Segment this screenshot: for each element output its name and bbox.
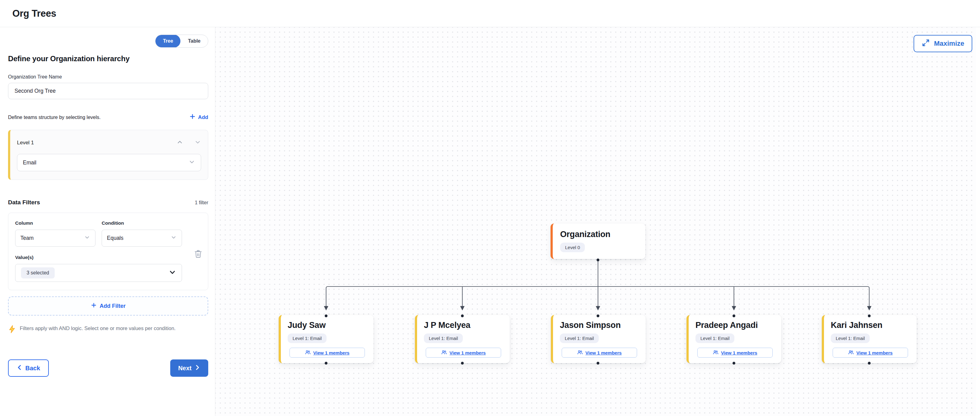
node-title: Kari Jahnsen <box>831 320 910 330</box>
maximize-button[interactable]: Maximize <box>913 35 972 52</box>
expand-arrows-icon <box>922 39 930 49</box>
users-icon <box>305 349 311 356</box>
filters-note-text: Filters apply with AND logic. Select one… <box>20 325 197 332</box>
back-button[interactable]: Back <box>8 359 49 377</box>
filters-note: Filters apply with AND logic. Select one… <box>8 325 208 335</box>
levels-hint: Define teams structure by selecting leve… <box>8 115 101 120</box>
add-level-button[interactable]: Add <box>189 113 208 121</box>
node-level-badge: Level 1: Email <box>560 333 599 343</box>
panel-heading: Define your Organization hierarchy <box>8 54 208 63</box>
view-members-button[interactable]: View 1 members <box>833 348 908 358</box>
view-members-button[interactable]: View 1 members <box>562 348 637 358</box>
view-members-button[interactable]: View 1 members <box>697 348 773 358</box>
org-trees-page: Org Trees Tree Table Define your Organiz… <box>0 0 980 416</box>
tree-table-toggle: Tree Table <box>155 35 208 48</box>
level-column-value: Email <box>23 159 37 166</box>
add-level-label: Add <box>198 114 208 121</box>
node-level-badge: Level 1: Email <box>288 333 326 343</box>
next-label: Next <box>178 365 192 372</box>
chevron-down-icon <box>169 269 176 277</box>
move-level-up-button[interactable] <box>177 139 183 147</box>
back-label: Back <box>25 365 40 372</box>
trash-icon <box>194 249 202 259</box>
tree-name-input[interactable] <box>8 83 208 99</box>
tree-name-label: Organization Tree Name <box>8 74 208 80</box>
data-filters-title: Data Filters <box>8 199 40 206</box>
column-select[interactable]: Team <box>15 230 95 247</box>
condition-label: Condition <box>102 220 182 226</box>
users-icon <box>848 349 854 356</box>
view-members-button[interactable]: View 1 members <box>426 348 501 358</box>
plus-icon <box>91 302 97 310</box>
page-body: Tree Table Define your Organization hier… <box>0 27 980 416</box>
org-node-child[interactable]: Judy Saw Level 1: Email View 1 members <box>279 315 374 363</box>
move-level-down-button[interactable] <box>194 139 201 147</box>
filter-column-field: Column Team <box>15 220 95 247</box>
chevron-down-icon <box>194 139 201 147</box>
chevron-down-icon <box>84 234 90 242</box>
condition-select-value: Equals <box>107 235 124 241</box>
top-bar: Org Trees <box>0 0 980 27</box>
filter-row-card: Column Team Condition Equals <box>8 213 208 290</box>
level-card: Level 1 <box>8 130 208 180</box>
column-label: Column <box>15 220 95 226</box>
org-node-child[interactable]: Pradeep Angadi Level 1: Email View 1 mem… <box>686 315 781 363</box>
view-members-label: View 1 members <box>450 350 486 355</box>
node-level-badge: Level 1: Email <box>695 333 734 343</box>
view-members-button[interactable]: View 1 members <box>290 348 365 358</box>
add-filter-label: Add Filter <box>100 303 126 309</box>
level-name: Level 1 <box>17 140 34 146</box>
level-column-select[interactable]: Email <box>17 154 201 171</box>
level-card-header: Level 1 <box>17 139 201 147</box>
chevron-up-icon <box>177 139 183 147</box>
delete-filter-button[interactable] <box>194 249 202 259</box>
node-title: Organization <box>560 230 638 239</box>
toggle-tree-option[interactable]: Tree <box>155 35 180 48</box>
view-members-label: View 1 members <box>721 350 757 355</box>
org-node-child[interactable]: Jason Simpson Level 1: Email View 1 memb… <box>551 315 646 363</box>
node-level-badge: Level 1: Email <box>424 333 463 343</box>
condition-select[interactable]: Equals <box>102 230 182 247</box>
plus-icon <box>189 113 196 121</box>
view-toggle-row: Tree Table <box>8 35 208 48</box>
page-title: Org Trees <box>12 8 56 19</box>
level-reorder-controls <box>177 139 201 147</box>
chevron-right-icon <box>195 364 200 372</box>
org-node-child[interactable]: Kari Jahnsen Level 1: Email View 1 membe… <box>822 315 917 363</box>
chevron-left-icon <box>17 364 22 372</box>
node-title: J P Mcelyea <box>424 320 503 330</box>
view-members-label: View 1 members <box>313 350 349 355</box>
column-select-value: Team <box>21 235 34 241</box>
org-node-root[interactable]: Organization Level 0 <box>550 223 645 259</box>
org-node-child[interactable]: J P Mcelyea Level 1: Email View 1 member… <box>415 315 510 363</box>
view-members-label: View 1 members <box>856 350 892 355</box>
node-title: Judy Saw <box>288 320 367 330</box>
values-label: Value(s) <box>15 255 201 260</box>
selected-values-chip: 3 selected <box>21 267 55 279</box>
chevron-down-icon <box>170 234 177 242</box>
chevron-down-icon <box>188 159 195 167</box>
node-title: Jason Simpson <box>560 320 639 330</box>
next-button[interactable]: Next <box>170 359 208 377</box>
levels-row: Define teams structure by selecting leve… <box>8 113 208 121</box>
filter-fields-row: Column Team Condition Equals <box>15 220 201 247</box>
canvas-right-gutter <box>976 27 980 416</box>
users-icon <box>441 349 447 356</box>
users-icon <box>577 349 583 356</box>
node-title: Pradeep Angadi <box>695 320 775 330</box>
filter-count-badge: 1 filter <box>195 200 208 206</box>
org-tree-canvas[interactable]: Maximize Organization Level 0 Judy Saw L… <box>215 27 980 416</box>
view-members-label: View 1 members <box>585 350 622 355</box>
config-sidebar: Tree Table Define your Organization hier… <box>0 27 215 416</box>
maximize-label: Maximize <box>934 40 964 48</box>
lightning-bolt-icon <box>8 325 16 335</box>
node-level-badge: Level 1: Email <box>831 333 870 343</box>
filter-condition-field: Condition Equals <box>102 220 182 247</box>
wizard-footer: Back Next <box>8 359 208 377</box>
values-multiselect[interactable]: 3 selected <box>15 264 182 282</box>
node-level-badge: Level 0 <box>560 242 585 252</box>
toggle-table-option[interactable]: Table <box>180 35 208 48</box>
data-filters-header: Data Filters 1 filter <box>8 199 208 206</box>
add-filter-button[interactable]: Add Filter <box>8 296 208 316</box>
users-icon <box>713 349 719 356</box>
